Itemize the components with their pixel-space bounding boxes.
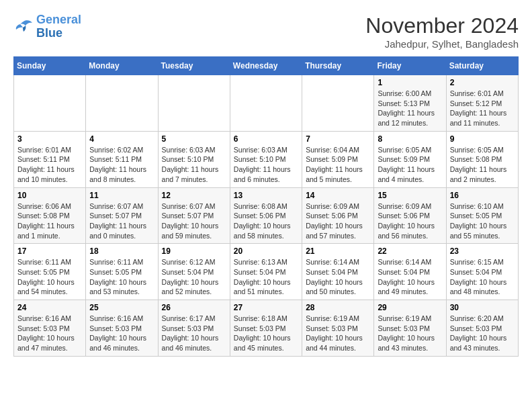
day-info: Sunrise: 6:11 AMSunset: 5:05 PMDaylight:… [89,257,154,297]
header-cell-tuesday: Tuesday [158,57,230,75]
calendar-week-3: 10Sunrise: 6:06 AMSunset: 5:08 PMDayligh… [14,187,519,244]
calendar-cell [158,75,230,132]
header-cell-friday: Friday [374,57,446,75]
day-number: 18 [89,246,154,256]
calendar-cell: 2Sunrise: 6:01 AMSunset: 5:12 PMDaylight… [446,75,518,132]
calendar-body: 1Sunrise: 6:00 AMSunset: 5:13 PMDaylight… [14,75,519,357]
day-info: Sunrise: 6:20 AMSunset: 5:03 PMDaylight:… [450,314,515,353]
day-number: 11 [89,191,154,200]
day-number: 22 [378,246,442,256]
day-info: Sunrise: 6:09 AMSunset: 5:06 PMDaylight:… [306,201,370,241]
header-cell-saturday: Saturday [446,57,518,75]
header-cell-monday: Monday [86,57,158,75]
calendar-cell: 14Sunrise: 6:09 AMSunset: 5:06 PMDayligh… [302,187,374,244]
calendar-cell: 19Sunrise: 6:12 AMSunset: 5:04 PMDayligh… [158,244,230,300]
calendar-cell: 26Sunrise: 6:17 AMSunset: 5:03 PMDayligh… [158,300,230,357]
title-block: November 2024 Jahedpur, Sylhet, Banglade… [365,13,519,50]
day-number: 9 [450,134,515,144]
calendar-cell: 28Sunrise: 6:19 AMSunset: 5:03 PMDayligh… [302,300,374,357]
logo-icon [13,19,34,35]
day-info: Sunrise: 6:01 AMSunset: 5:11 PMDaylight:… [17,145,82,185]
calendar-cell: 23Sunrise: 6:15 AMSunset: 5:04 PMDayligh… [446,244,518,300]
day-info: Sunrise: 6:16 AMSunset: 5:03 PMDaylight:… [17,314,82,353]
calendar-cell: 25Sunrise: 6:16 AMSunset: 5:03 PMDayligh… [86,300,158,357]
day-number: 28 [306,303,370,312]
day-number: 17 [17,246,82,256]
calendar-cell: 1Sunrise: 6:00 AMSunset: 5:13 PMDaylight… [374,75,446,132]
logo-text: General Blue [36,13,81,40]
calendar-cell: 10Sunrise: 6:06 AMSunset: 5:08 PMDayligh… [14,187,86,244]
day-number: 29 [378,303,442,312]
calendar-cell: 15Sunrise: 6:09 AMSunset: 5:06 PMDayligh… [374,187,446,244]
calendar-cell: 7Sunrise: 6:04 AMSunset: 5:09 PMDaylight… [302,131,374,187]
calendar-cell: 6Sunrise: 6:03 AMSunset: 5:10 PMDaylight… [230,131,302,187]
day-info: Sunrise: 6:18 AMSunset: 5:03 PMDaylight:… [234,314,298,353]
calendar-table: SundayMondayTuesdayWednesdayThursdayFrid… [13,56,519,357]
day-number: 20 [234,246,298,256]
calendar-week-1: 1Sunrise: 6:00 AMSunset: 5:13 PMDaylight… [14,75,519,132]
day-number: 1 [378,78,442,87]
day-number: 13 [234,191,298,200]
day-number: 23 [450,246,515,256]
location-subtitle: Jahedpur, Sylhet, Bangladesh [365,38,519,50]
day-number: 3 [17,134,82,144]
calendar-cell: 5Sunrise: 6:03 AMSunset: 5:10 PMDaylight… [158,131,230,187]
day-number: 21 [306,246,370,256]
day-info: Sunrise: 6:16 AMSunset: 5:03 PMDaylight:… [89,314,154,353]
day-number: 16 [450,191,515,200]
day-number: 15 [378,191,442,200]
header-cell-thursday: Thursday [302,57,374,75]
calendar-cell: 8Sunrise: 6:05 AMSunset: 5:09 PMDaylight… [374,131,446,187]
day-number: 5 [162,134,226,144]
calendar-cell: 21Sunrise: 6:14 AMSunset: 5:04 PMDayligh… [302,244,374,300]
calendar-cell: 12Sunrise: 6:07 AMSunset: 5:07 PMDayligh… [158,187,230,244]
calendar-cell: 4Sunrise: 6:02 AMSunset: 5:11 PMDaylight… [86,131,158,187]
day-number: 6 [234,134,298,144]
day-info: Sunrise: 6:06 AMSunset: 5:08 PMDaylight:… [17,201,82,241]
day-info: Sunrise: 6:11 AMSunset: 5:05 PMDaylight:… [17,257,82,297]
calendar-cell: 20Sunrise: 6:13 AMSunset: 5:04 PMDayligh… [230,244,302,300]
day-number: 7 [306,134,370,144]
calendar-cell [302,75,374,132]
calendar-cell: 18Sunrise: 6:11 AMSunset: 5:05 PMDayligh… [86,244,158,300]
calendar-cell [14,75,86,132]
page-header: General Blue November 2024 Jahedpur, Syl… [13,13,519,50]
day-info: Sunrise: 6:14 AMSunset: 5:04 PMDaylight:… [306,257,370,297]
header-row: SundayMondayTuesdayWednesdayThursdayFrid… [14,57,519,75]
logo: General Blue [13,13,81,40]
calendar-cell: 11Sunrise: 6:07 AMSunset: 5:07 PMDayligh… [86,187,158,244]
day-info: Sunrise: 6:09 AMSunset: 5:06 PMDaylight:… [378,201,442,241]
header-cell-wednesday: Wednesday [230,57,302,75]
calendar-cell: 24Sunrise: 6:16 AMSunset: 5:03 PMDayligh… [14,300,86,357]
day-info: Sunrise: 6:14 AMSunset: 5:04 PMDaylight:… [378,257,442,297]
calendar-cell: 27Sunrise: 6:18 AMSunset: 5:03 PMDayligh… [230,300,302,357]
day-number: 10 [17,191,82,200]
day-number: 2 [450,78,515,87]
day-info: Sunrise: 6:15 AMSunset: 5:04 PMDaylight:… [450,257,515,297]
day-number: 12 [162,191,226,200]
calendar-week-4: 17Sunrise: 6:11 AMSunset: 5:05 PMDayligh… [14,244,519,300]
calendar-cell: 16Sunrise: 6:10 AMSunset: 5:05 PMDayligh… [446,187,518,244]
day-info: Sunrise: 6:03 AMSunset: 5:10 PMDaylight:… [234,145,298,185]
calendar-header: SundayMondayTuesdayWednesdayThursdayFrid… [14,57,519,75]
day-number: 27 [234,303,298,312]
day-info: Sunrise: 6:03 AMSunset: 5:10 PMDaylight:… [162,145,226,185]
day-number: 26 [162,303,226,312]
day-info: Sunrise: 6:12 AMSunset: 5:04 PMDaylight:… [162,257,226,297]
day-info: Sunrise: 6:08 AMSunset: 5:06 PMDaylight:… [234,201,298,241]
day-info: Sunrise: 6:13 AMSunset: 5:04 PMDaylight:… [234,257,298,297]
day-info: Sunrise: 6:05 AMSunset: 5:08 PMDaylight:… [450,145,515,185]
day-number: 24 [17,303,82,312]
calendar-week-5: 24Sunrise: 6:16 AMSunset: 5:03 PMDayligh… [14,300,519,357]
day-info: Sunrise: 6:07 AMSunset: 5:07 PMDaylight:… [89,201,154,241]
calendar-cell [86,75,158,132]
day-number: 25 [89,303,154,312]
calendar-cell: 13Sunrise: 6:08 AMSunset: 5:06 PMDayligh… [230,187,302,244]
day-number: 30 [450,303,515,312]
calendar-cell: 30Sunrise: 6:20 AMSunset: 5:03 PMDayligh… [446,300,518,357]
day-number: 19 [162,246,226,256]
day-info: Sunrise: 6:10 AMSunset: 5:05 PMDaylight:… [450,201,515,241]
day-info: Sunrise: 6:02 AMSunset: 5:11 PMDaylight:… [89,145,154,185]
day-info: Sunrise: 6:01 AMSunset: 5:12 PMDaylight:… [450,89,515,128]
day-info: Sunrise: 6:19 AMSunset: 5:03 PMDaylight:… [306,314,370,353]
